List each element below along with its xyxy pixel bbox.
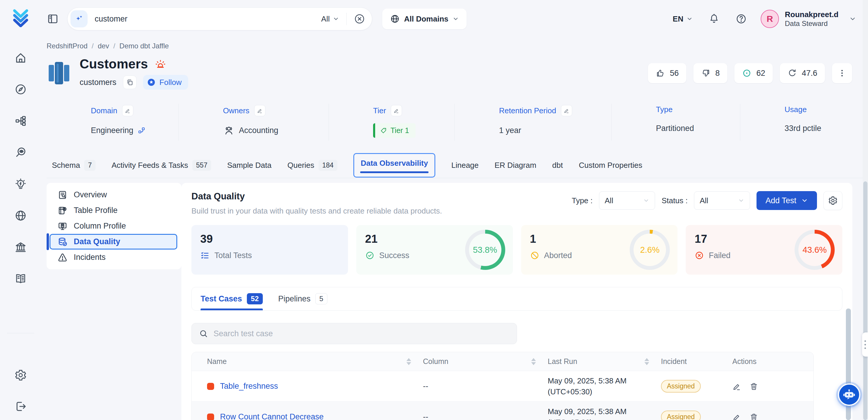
governance-icon[interactable] <box>14 241 27 253</box>
tab-pipelines[interactable]: Pipelines 5 <box>278 287 328 310</box>
glossary-icon[interactable] <box>14 272 27 285</box>
settings-icon[interactable] <box>14 369 27 382</box>
chatbot-button[interactable] <box>838 384 860 406</box>
sort-icon[interactable] <box>531 358 536 365</box>
table-row: Table_freshness -- May 09, 2025, 5:38 AM… <box>192 371 813 402</box>
meta-retention: Retention Period 1 year <box>455 104 612 141</box>
page-scrollbar-thumb[interactable] <box>863 181 867 420</box>
column-header: Name <box>207 357 227 366</box>
sort-icon[interactable] <box>406 358 411 365</box>
relation-icon <box>137 126 146 134</box>
downvotes-button[interactable]: 8 <box>693 63 727 83</box>
clear-search-icon[interactable] <box>353 13 365 25</box>
subnav-item-data-quality[interactable]: Data Quality <box>50 234 177 249</box>
edit-pencil-icon[interactable] <box>254 105 266 116</box>
tab-activity-feeds[interactable]: Activity Feeds & Tasks557 <box>112 160 211 171</box>
meta-label[interactable]: Retention Period <box>499 106 556 115</box>
chevron-down-icon <box>643 197 649 204</box>
trash-icon[interactable] <box>749 382 758 391</box>
subnav-item-column-profile[interactable]: Column Profile <box>46 218 181 234</box>
metadata-strip: Domain Engineering Owners Ac <box>46 104 868 141</box>
test-case-search-input[interactable]: Search test case <box>191 323 517 344</box>
incident-status-badge[interactable]: Assigned <box>661 380 701 393</box>
tab-dbt[interactable]: dbt <box>552 161 563 170</box>
meta-label[interactable]: Type <box>656 105 673 114</box>
column-header: Incident <box>661 357 687 366</box>
views-button[interactable]: 62 <box>734 63 773 83</box>
web-icon[interactable] <box>14 209 27 222</box>
notifications-bell-icon[interactable] <box>708 13 720 25</box>
compass-icon[interactable] <box>14 83 27 96</box>
tab-data-observability[interactable]: Data Observability <box>353 153 435 178</box>
subnav-item-table-profile[interactable]: Table Profile <box>46 203 181 218</box>
trash-icon[interactable] <box>749 413 758 420</box>
data-products-icon[interactable] <box>14 115 27 127</box>
meta-label[interactable]: Usage <box>784 105 807 114</box>
side-panel-handle[interactable] <box>862 332 868 357</box>
edit-pencil-icon[interactable] <box>391 105 402 116</box>
subnav-item-overview[interactable]: Overview <box>46 187 181 203</box>
app-logo-icon[interactable] <box>11 9 30 27</box>
test-case-link[interactable]: Table_freshness <box>220 382 278 391</box>
quality-settings-gear-icon[interactable] <box>824 191 842 210</box>
tab-sample-data[interactable]: Sample Data <box>227 161 271 170</box>
quality-controls: Type : All Status : All Add T <box>571 191 842 210</box>
edit-pencil-icon[interactable] <box>732 382 741 391</box>
sidebar-toggle-icon[interactable] <box>46 13 59 25</box>
test-case-link[interactable]: Row Count Cannot Decrease <box>220 412 323 420</box>
all-domains-dropdown[interactable]: All Domains <box>382 8 467 29</box>
upvotes-button[interactable]: 56 <box>648 63 686 83</box>
help-icon[interactable] <box>735 13 747 25</box>
logout-icon[interactable] <box>14 400 27 413</box>
meta-domain: Domain Engineering <box>46 104 179 141</box>
column-header: Actions <box>732 357 756 366</box>
incident-status-badge[interactable]: Assigned <box>661 411 701 420</box>
thumbs-down-icon <box>701 68 711 78</box>
tab-queries[interactable]: Queries184 <box>287 160 337 171</box>
x-circle-icon <box>694 251 704 260</box>
breadcrumb-item[interactable]: RedshiftProd <box>46 42 88 50</box>
failed-donut-chart: 43.6% <box>795 230 835 270</box>
breadcrumb-separator: / <box>113 42 115 50</box>
copy-icon[interactable] <box>123 76 136 89</box>
edit-pencil-icon[interactable] <box>732 413 741 420</box>
meta-owners: Owners Accounting <box>179 104 329 141</box>
meta-label[interactable]: Domain <box>91 106 117 115</box>
rail-nav <box>14 51 27 285</box>
tab-test-cases[interactable]: Test Cases 52 <box>200 287 263 310</box>
tab-er-diagram[interactable]: ER Diagram <box>495 161 536 170</box>
tier-badge[interactable]: Tier 1 <box>373 123 415 138</box>
tab-custom-properties[interactable]: Custom Properties <box>579 161 642 170</box>
edit-pencil-icon[interactable] <box>122 105 133 116</box>
breadcrumb-item[interactable]: dev <box>98 42 109 50</box>
meta-label[interactable]: Owners <box>223 106 250 115</box>
language-dropdown[interactable]: EN <box>673 14 693 24</box>
follow-button[interactable]: Follow <box>143 75 188 90</box>
tab-schema[interactable]: Schema7 <box>52 160 96 171</box>
global-search[interactable]: customer All <box>67 7 372 30</box>
subnav-item-incidents[interactable]: Incidents <box>46 249 181 265</box>
user-role: Data Steward <box>785 19 838 28</box>
column-header: Last Run <box>548 357 577 366</box>
breadcrumb-item[interactable]: Demo dbt Jaffle <box>119 42 169 50</box>
search-scope-dropdown[interactable]: All <box>321 14 339 24</box>
edit-pencil-icon[interactable] <box>561 105 572 116</box>
tab-lineage[interactable]: Lineage <box>451 161 479 170</box>
total-tests-card: 39 Total Tests <box>191 225 348 275</box>
document-search-icon <box>57 190 68 200</box>
sort-icon[interactable] <box>645 358 649 365</box>
section-description: Build trust in your data with quality te… <box>191 206 442 216</box>
add-test-button[interactable]: Add Test <box>756 191 817 210</box>
observability-icon[interactable] <box>14 146 27 159</box>
user-menu[interactable]: R Rounakpreet.d Data Steward <box>761 10 856 28</box>
refresh-score-button[interactable]: 47.6 <box>780 63 825 83</box>
status-filter-select[interactable]: All <box>694 191 750 210</box>
more-actions-kebab-icon[interactable] <box>832 63 852 83</box>
meta-usage: Usage 33rd pctile <box>740 104 852 141</box>
insights-icon[interactable] <box>14 178 27 190</box>
meta-label[interactable]: Tier <box>373 106 386 115</box>
home-icon[interactable] <box>14 51 27 64</box>
type-filter-select[interactable]: All <box>599 191 655 210</box>
rail-divider <box>7 333 34 333</box>
search-input[interactable]: customer <box>95 14 321 24</box>
